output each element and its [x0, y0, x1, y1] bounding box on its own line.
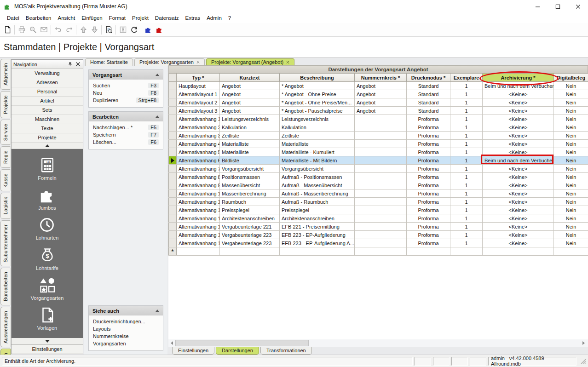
cell[interactable]: <Keine> [483, 223, 554, 231]
cell[interactable]: Alternativlayout 1 [177, 90, 220, 98]
cell[interactable] [483, 247, 554, 256]
cell[interactable]: Bildliste [220, 156, 280, 165]
cell[interactable] [355, 231, 407, 239]
cell[interactable]: Nein [554, 214, 588, 223]
cell[interactable]: Alternativanhang 11 [177, 198, 220, 206]
menu-item-datei[interactable]: Datei [4, 14, 23, 22]
cell[interactable]: 1 [450, 223, 483, 231]
scroll-right-button[interactable] [580, 339, 587, 347]
current-row-marker[interactable] [169, 156, 177, 165]
cell[interactable]: * Angebot - Ohne Preise/Men... [280, 98, 355, 107]
cell[interactable]: <Keine> [483, 123, 554, 132]
cell[interactable]: Angebot [355, 107, 407, 115]
cell[interactable]: Alternativanhang 9 [177, 181, 220, 189]
cell[interactable]: * Angebot - Pauschalpreise [280, 107, 355, 115]
nav-scroll-down-button[interactable] [12, 338, 83, 344]
nav-item-artikel[interactable]: Artikel [12, 97, 83, 106]
cell[interactable] [177, 247, 220, 256]
nav-item-personal[interactable]: Personal [12, 87, 83, 97]
cell[interactable]: Architektenanschreiben [280, 214, 355, 223]
cell[interactable]: Nein [554, 223, 588, 231]
nav-item-projekte[interactable]: Projekte [12, 133, 83, 143]
group-header[interactable]: Siehe auch [89, 306, 163, 315]
cell[interactable]: Proforma [407, 165, 450, 173]
cell[interactable]: <Keine> [483, 140, 554, 148]
cell[interactable]: Nein [554, 98, 588, 107]
nav-item-verwaltung[interactable]: Verwaltung [12, 69, 83, 78]
maximize-button[interactable] [548, 0, 568, 13]
cell[interactable] [355, 223, 407, 231]
cell[interactable]: Nein [554, 123, 588, 132]
cell[interactable]: Proforma [407, 198, 450, 206]
cell[interactable]: Nein [554, 189, 588, 198]
row-selector[interactable] [169, 231, 177, 239]
cell[interactable]: Standard [407, 107, 450, 115]
cell[interactable]: Proforma [407, 148, 450, 156]
row-selector[interactable] [169, 140, 177, 148]
cell[interactable]: Vorgangsübersicht [280, 165, 355, 173]
cell[interactable]: Zeitliste [220, 132, 280, 140]
cell[interactable]: Nein [554, 165, 588, 173]
view-tab-transformationen[interactable]: Transformationen [260, 347, 312, 355]
side-tab-subunternehmer[interactable]: Subunternehmer [0, 220, 11, 266]
action-duplizieren[interactable]: DuplizierenStrg+F8 [89, 97, 163, 104]
cell[interactable] [355, 247, 407, 256]
cell[interactable] [355, 181, 407, 189]
cell[interactable]: 1 [450, 165, 483, 173]
row-selector[interactable] [169, 223, 177, 231]
row-selector[interactable] [169, 148, 177, 156]
tab-home-startseite[interactable]: Home: Startseite [85, 58, 133, 66]
cell[interactable] [355, 173, 407, 181]
puzzle-red-icon[interactable] [154, 24, 165, 35]
cell[interactable]: Hauptlayout [177, 82, 220, 90]
cell[interactable]: Nein [554, 239, 588, 247]
view-tab-darstellungen[interactable]: Darstellungen [216, 347, 259, 355]
column-header-archivierung[interactable]: Archivierung * [483, 74, 554, 82]
menu-item-ansicht[interactable]: Ansicht [54, 14, 78, 22]
cell[interactable]: <Keine> [483, 239, 554, 247]
nav-item-sets[interactable]: Sets [12, 106, 83, 115]
cell[interactable]: 1 [450, 181, 483, 189]
column-header-typ[interactable]: Typ * [177, 74, 220, 82]
cell[interactable]: Alternativanhang 14 [177, 223, 220, 231]
print-icon[interactable] [16, 24, 27, 35]
cell[interactable]: Proforma [407, 214, 450, 223]
cell[interactable]: Kalkulation [220, 123, 280, 132]
cell[interactable]: 1 [450, 156, 483, 165]
action-neu[interactable]: NeuF8 [89, 89, 163, 97]
cell[interactable]: Zeitliste [280, 132, 355, 140]
cell[interactable]: Nein [554, 115, 588, 123]
cell[interactable]: Alternativanhang 15 [177, 231, 220, 239]
row-selector[interactable] [169, 214, 177, 223]
cell[interactable]: <Keine> [483, 198, 554, 206]
cell[interactable]: Nein [554, 90, 588, 98]
action-nachschlagen[interactable]: Nachschlagen... *F5 [89, 124, 163, 131]
cell[interactable]: Proforma [407, 132, 450, 140]
cell[interactable]: Angebot [355, 98, 407, 107]
cell[interactable]: 1 [450, 214, 483, 223]
cell[interactable]: Positionsmassen [220, 173, 280, 181]
row-selector[interactable] [169, 82, 177, 90]
cell[interactable]: Standard [407, 82, 450, 90]
cell[interactable]: Angebot [220, 82, 280, 90]
new-document-icon[interactable] [2, 24, 13, 35]
cell[interactable]: <Keine> [483, 132, 554, 140]
action-suchen[interactable]: SuchenF3 [89, 82, 163, 89]
cell[interactable]: Materialliste [220, 148, 280, 156]
cell[interactable]: <Keine> [483, 115, 554, 123]
nav-shortcut-vorlagen[interactable]: Vorlagen [37, 306, 57, 331]
cell[interactable]: Proforma [407, 156, 450, 165]
move-down-icon[interactable] [89, 24, 100, 35]
menu-item-extras[interactable]: Extras [182, 14, 204, 22]
cell[interactable]: Leistungsverzeichnis [220, 115, 280, 123]
column-header-exemplare[interactable]: Exemplare [450, 74, 483, 82]
close-tab-icon[interactable] [196, 61, 200, 64]
menu-item-projekt[interactable]: Projekt [129, 14, 152, 22]
side-tab-logistik[interactable]: Logistik [0, 193, 11, 218]
hourglass-icon[interactable] [117, 24, 128, 35]
cell[interactable]: <Keine> [483, 90, 554, 98]
menu-item-item[interactable]: ? [225, 14, 234, 22]
nav-shortcut-vorgangsarten[interactable]: Vorgangsarten [31, 276, 64, 301]
cell[interactable]: Nein [554, 132, 588, 140]
cell[interactable]: EFB 223 - EP-Aufgliederung A... [280, 239, 355, 247]
